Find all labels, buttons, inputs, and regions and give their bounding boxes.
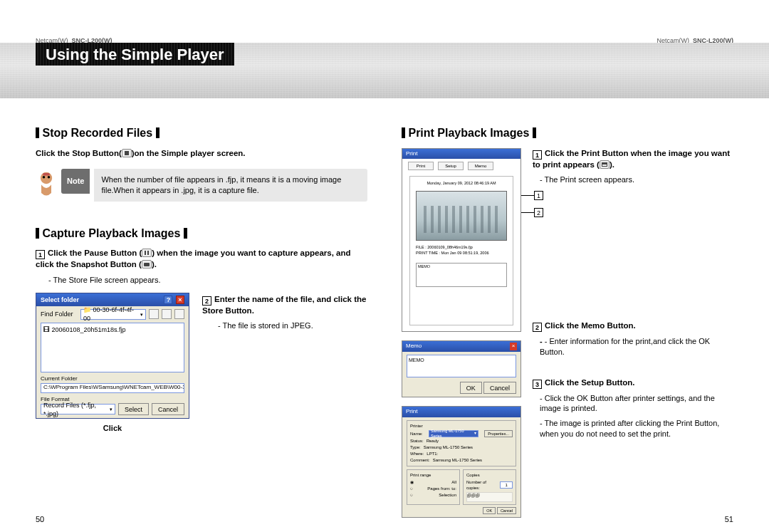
- print-button-small[interactable]: Print: [408, 162, 434, 170]
- pause-icon: [142, 249, 152, 257]
- print-step3-sub1: - Click the OK Button after printer sett…: [540, 393, 733, 414]
- stop-instruction: Click the Stop Button()on the Simple pla…: [36, 148, 367, 160]
- memo-dialog: Memo × MEMO OK Cancel: [402, 340, 521, 397]
- current-folder-path: C:\WProgram Files\WSamsung\WNETcam_WEB\W…: [41, 383, 184, 393]
- title-banner: Using the Simple Player: [0, 43, 769, 98]
- up-folder-icon[interactable]: [149, 309, 159, 319]
- current-folder-label: Current Folder: [36, 372, 189, 383]
- capture-step2: 2Enter the name of the file, and click t…: [202, 294, 367, 317]
- preview-image: [416, 191, 507, 241]
- help-icon[interactable]: ?: [164, 296, 172, 304]
- list-item[interactable]: 🎞 20060108_20h51m18s.fjp: [43, 325, 182, 334]
- right-column: Print Playback Images Print Print Setup …: [384, 121, 733, 512]
- manual-spread: Netcam(W)_SNC-L200(W) Netcam(W)_SNC-L200…: [0, 0, 769, 532]
- capture-step2-sub: - The file is stored in JPEG.: [218, 320, 367, 331]
- dialog-titlebar: Select folder ? ×: [36, 293, 189, 306]
- stop-icon: [122, 149, 132, 157]
- close-icon[interactable]: ×: [510, 343, 517, 350]
- snapshot-icon: [142, 260, 152, 268]
- setup-button-small[interactable]: Setup: [438, 162, 464, 170]
- page-number-left: 50: [36, 515, 44, 523]
- print-dialog-title: Print: [402, 149, 520, 160]
- svg-point-1: [43, 176, 46, 179]
- new-folder-icon[interactable]: [162, 309, 172, 319]
- memo-cancel-button[interactable]: Cancel: [483, 382, 516, 394]
- properties-button[interactable]: Properties...: [484, 430, 513, 437]
- svg-rect-3: [43, 173, 49, 176]
- select-button[interactable]: Select: [118, 403, 149, 415]
- find-folder-label: Find Folder: [41, 310, 78, 318]
- callout-2: 2: [534, 208, 543, 217]
- file-list[interactable]: 🎞 20060108_20h51m18s.fjp: [41, 323, 184, 372]
- section-print: Print Playback Images: [402, 125, 733, 141]
- setup-ok-button[interactable]: OK: [483, 507, 496, 514]
- section-capture: Capture Playback Images: [36, 226, 367, 241]
- section-stop-recorded: Stop Recorded Files: [36, 125, 367, 141]
- capture-step1-sub: - The Store File screen appears.: [48, 275, 367, 286]
- print-step2-sub: - - Enter information for the print,and …: [540, 336, 733, 358]
- print-step1-sub: - The Print screen appears.: [540, 174, 733, 185]
- note-text: When the number of file appears in .fjp,…: [94, 169, 367, 202]
- note-label: Note: [61, 169, 90, 194]
- memo-textarea[interactable]: MEMO: [407, 355, 516, 377]
- select-folder-dialog: Select folder ? × Find Folder 📁 00-30-6f…: [36, 293, 189, 419]
- setup-cancel-button[interactable]: Cancel: [497, 507, 516, 514]
- mascot-icon: [36, 169, 57, 197]
- preview-timestamp: Monday, January 09, 2012 08:46:19 AM: [416, 181, 507, 186]
- memo-button-small[interactable]: Memo: [468, 162, 493, 170]
- file-format-dropdown[interactable]: Record Files (*.fjp, *.jpg)▾: [41, 404, 115, 414]
- copies-input[interactable]: 1: [500, 481, 513, 489]
- print-step3: 3Click the Setup Button.: [533, 377, 733, 389]
- preview-memo-box: MEMO: [416, 263, 507, 287]
- close-icon[interactable]: ×: [176, 296, 184, 304]
- find-folder-dropdown[interactable]: 📁 00-30-6f-4f-4f-00▾: [80, 309, 146, 320]
- printer-select[interactable]: Samsung ML-1750 Series▾: [429, 430, 478, 437]
- svg-point-2: [48, 176, 51, 179]
- printer-icon: [600, 160, 610, 169]
- print-step1: 1Click the Print Button when the image y…: [533, 148, 733, 171]
- callout-1: 1: [534, 191, 543, 200]
- left-column: Stop Recorded Files Click the Stop Butto…: [36, 121, 384, 512]
- cancel-button[interactable]: Cancel: [152, 403, 184, 415]
- memo-ok-button[interactable]: OK: [460, 382, 482, 394]
- note-box: Note When the number of file appears in …: [36, 169, 367, 202]
- print-preview-dialog: Print Print Setup Memo Monday, January 0…: [402, 148, 521, 333]
- view-icon[interactable]: [174, 309, 184, 319]
- page-number-right: 51: [725, 515, 733, 523]
- preview-file-info: FILE : 20060109_08h46m19s.fjp PRINT TIME…: [416, 245, 507, 256]
- click-caption: Click: [36, 423, 189, 434]
- print-step2: 2Click the Memo Button.: [533, 320, 733, 332]
- page-title: Using the Simple Player: [36, 43, 234, 66]
- print-setup-dialog: Print Printer Name: Samsung ML-1750 Seri…: [402, 406, 521, 518]
- print-step3-sub2: - The image is printed after clicking th…: [540, 418, 733, 439]
- capture-step1: 1Click the Pause Button () when the imag…: [36, 248, 367, 271]
